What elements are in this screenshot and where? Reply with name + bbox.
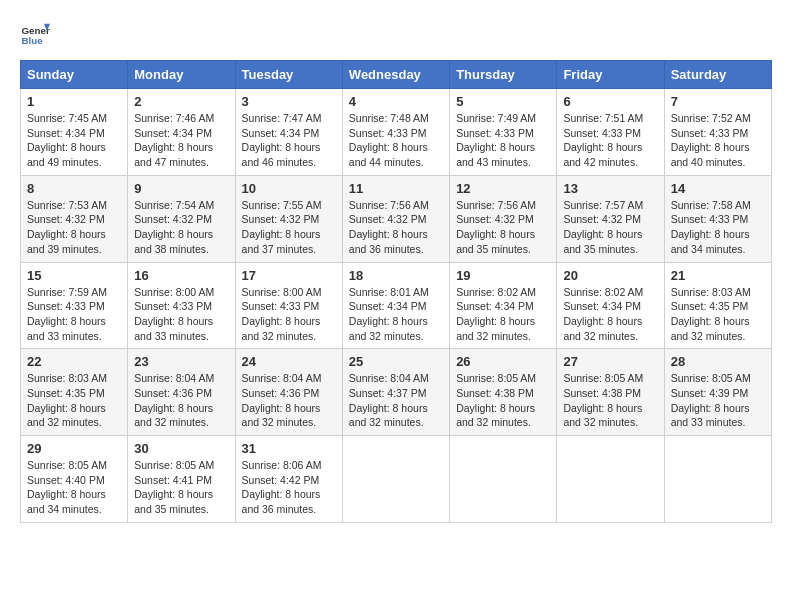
calendar-cell: 16 Sunrise: 8:00 AM Sunset: 4:33 PM Dayl…	[128, 262, 235, 349]
day-info: Sunrise: 7:51 AM Sunset: 4:33 PM Dayligh…	[563, 111, 657, 170]
day-info: Sunrise: 8:06 AM Sunset: 4:42 PM Dayligh…	[242, 458, 336, 517]
page-header: General Blue	[20, 20, 772, 50]
calendar-cell: 10 Sunrise: 7:55 AM Sunset: 4:32 PM Dayl…	[235, 175, 342, 262]
logo-icon: General Blue	[20, 20, 50, 50]
calendar-cell: 2 Sunrise: 7:46 AM Sunset: 4:34 PM Dayli…	[128, 89, 235, 176]
calendar-cell: 27 Sunrise: 8:05 AM Sunset: 4:38 PM Dayl…	[557, 349, 664, 436]
logo: General Blue	[20, 20, 50, 50]
day-number: 23	[134, 354, 228, 369]
calendar-cell: 25 Sunrise: 8:04 AM Sunset: 4:37 PM Dayl…	[342, 349, 449, 436]
day-number: 30	[134, 441, 228, 456]
calendar-week-row: 15 Sunrise: 7:59 AM Sunset: 4:33 PM Dayl…	[21, 262, 772, 349]
calendar-cell: 21 Sunrise: 8:03 AM Sunset: 4:35 PM Dayl…	[664, 262, 771, 349]
calendar-cell: 18 Sunrise: 8:01 AM Sunset: 4:34 PM Dayl…	[342, 262, 449, 349]
day-number: 14	[671, 181, 765, 196]
calendar-week-row: 22 Sunrise: 8:03 AM Sunset: 4:35 PM Dayl…	[21, 349, 772, 436]
calendar-cell: 11 Sunrise: 7:56 AM Sunset: 4:32 PM Dayl…	[342, 175, 449, 262]
day-number: 16	[134, 268, 228, 283]
calendar-cell: 13 Sunrise: 7:57 AM Sunset: 4:32 PM Dayl…	[557, 175, 664, 262]
day-number: 7	[671, 94, 765, 109]
calendar-cell: 23 Sunrise: 8:04 AM Sunset: 4:36 PM Dayl…	[128, 349, 235, 436]
calendar-cell	[342, 436, 449, 523]
day-number: 29	[27, 441, 121, 456]
calendar-cell	[557, 436, 664, 523]
day-number: 31	[242, 441, 336, 456]
day-info: Sunrise: 7:45 AM Sunset: 4:34 PM Dayligh…	[27, 111, 121, 170]
calendar-cell: 7 Sunrise: 7:52 AM Sunset: 4:33 PM Dayli…	[664, 89, 771, 176]
calendar-cell: 20 Sunrise: 8:02 AM Sunset: 4:34 PM Dayl…	[557, 262, 664, 349]
calendar-cell: 24 Sunrise: 8:04 AM Sunset: 4:36 PM Dayl…	[235, 349, 342, 436]
day-number: 11	[349, 181, 443, 196]
calendar-cell: 22 Sunrise: 8:03 AM Sunset: 4:35 PM Dayl…	[21, 349, 128, 436]
calendar-cell: 4 Sunrise: 7:48 AM Sunset: 4:33 PM Dayli…	[342, 89, 449, 176]
calendar-week-row: 1 Sunrise: 7:45 AM Sunset: 4:34 PM Dayli…	[21, 89, 772, 176]
calendar-header-sunday: Sunday	[21, 61, 128, 89]
calendar-cell: 6 Sunrise: 7:51 AM Sunset: 4:33 PM Dayli…	[557, 89, 664, 176]
day-info: Sunrise: 8:03 AM Sunset: 4:35 PM Dayligh…	[671, 285, 765, 344]
day-number: 17	[242, 268, 336, 283]
calendar-header-wednesday: Wednesday	[342, 61, 449, 89]
calendar-cell: 9 Sunrise: 7:54 AM Sunset: 4:32 PM Dayli…	[128, 175, 235, 262]
day-number: 21	[671, 268, 765, 283]
day-number: 28	[671, 354, 765, 369]
day-info: Sunrise: 7:55 AM Sunset: 4:32 PM Dayligh…	[242, 198, 336, 257]
day-info: Sunrise: 8:05 AM Sunset: 4:38 PM Dayligh…	[456, 371, 550, 430]
calendar-cell: 19 Sunrise: 8:02 AM Sunset: 4:34 PM Dayl…	[450, 262, 557, 349]
calendar-week-row: 8 Sunrise: 7:53 AM Sunset: 4:32 PM Dayli…	[21, 175, 772, 262]
day-number: 25	[349, 354, 443, 369]
day-info: Sunrise: 8:05 AM Sunset: 4:41 PM Dayligh…	[134, 458, 228, 517]
day-info: Sunrise: 7:59 AM Sunset: 4:33 PM Dayligh…	[27, 285, 121, 344]
calendar-cell: 8 Sunrise: 7:53 AM Sunset: 4:32 PM Dayli…	[21, 175, 128, 262]
calendar-cell: 29 Sunrise: 8:05 AM Sunset: 4:40 PM Dayl…	[21, 436, 128, 523]
day-info: Sunrise: 8:05 AM Sunset: 4:40 PM Dayligh…	[27, 458, 121, 517]
calendar-cell: 12 Sunrise: 7:56 AM Sunset: 4:32 PM Dayl…	[450, 175, 557, 262]
day-info: Sunrise: 8:03 AM Sunset: 4:35 PM Dayligh…	[27, 371, 121, 430]
day-info: Sunrise: 7:52 AM Sunset: 4:33 PM Dayligh…	[671, 111, 765, 170]
day-number: 18	[349, 268, 443, 283]
day-number: 10	[242, 181, 336, 196]
day-info: Sunrise: 8:00 AM Sunset: 4:33 PM Dayligh…	[242, 285, 336, 344]
calendar-header-monday: Monday	[128, 61, 235, 89]
day-info: Sunrise: 7:46 AM Sunset: 4:34 PM Dayligh…	[134, 111, 228, 170]
day-info: Sunrise: 8:04 AM Sunset: 4:36 PM Dayligh…	[242, 371, 336, 430]
day-info: Sunrise: 7:56 AM Sunset: 4:32 PM Dayligh…	[349, 198, 443, 257]
day-info: Sunrise: 7:54 AM Sunset: 4:32 PM Dayligh…	[134, 198, 228, 257]
day-info: Sunrise: 8:05 AM Sunset: 4:39 PM Dayligh…	[671, 371, 765, 430]
day-number: 24	[242, 354, 336, 369]
day-number: 6	[563, 94, 657, 109]
calendar-cell: 31 Sunrise: 8:06 AM Sunset: 4:42 PM Dayl…	[235, 436, 342, 523]
day-number: 3	[242, 94, 336, 109]
day-info: Sunrise: 8:02 AM Sunset: 4:34 PM Dayligh…	[456, 285, 550, 344]
calendar-header-row: SundayMondayTuesdayWednesdayThursdayFrid…	[21, 61, 772, 89]
day-number: 8	[27, 181, 121, 196]
calendar-cell: 15 Sunrise: 7:59 AM Sunset: 4:33 PM Dayl…	[21, 262, 128, 349]
day-info: Sunrise: 8:04 AM Sunset: 4:37 PM Dayligh…	[349, 371, 443, 430]
day-info: Sunrise: 8:00 AM Sunset: 4:33 PM Dayligh…	[134, 285, 228, 344]
day-number: 12	[456, 181, 550, 196]
calendar-cell: 17 Sunrise: 8:00 AM Sunset: 4:33 PM Dayl…	[235, 262, 342, 349]
calendar-cell: 26 Sunrise: 8:05 AM Sunset: 4:38 PM Dayl…	[450, 349, 557, 436]
calendar-cell: 30 Sunrise: 8:05 AM Sunset: 4:41 PM Dayl…	[128, 436, 235, 523]
calendar-table: SundayMondayTuesdayWednesdayThursdayFrid…	[20, 60, 772, 523]
day-info: Sunrise: 7:53 AM Sunset: 4:32 PM Dayligh…	[27, 198, 121, 257]
day-info: Sunrise: 7:56 AM Sunset: 4:32 PM Dayligh…	[456, 198, 550, 257]
day-info: Sunrise: 8:05 AM Sunset: 4:38 PM Dayligh…	[563, 371, 657, 430]
day-number: 19	[456, 268, 550, 283]
day-number: 26	[456, 354, 550, 369]
calendar-cell: 1 Sunrise: 7:45 AM Sunset: 4:34 PM Dayli…	[21, 89, 128, 176]
calendar-header-saturday: Saturday	[664, 61, 771, 89]
calendar-header-tuesday: Tuesday	[235, 61, 342, 89]
day-number: 20	[563, 268, 657, 283]
day-info: Sunrise: 8:01 AM Sunset: 4:34 PM Dayligh…	[349, 285, 443, 344]
day-info: Sunrise: 7:58 AM Sunset: 4:33 PM Dayligh…	[671, 198, 765, 257]
calendar-header-friday: Friday	[557, 61, 664, 89]
day-number: 9	[134, 181, 228, 196]
day-info: Sunrise: 7:57 AM Sunset: 4:32 PM Dayligh…	[563, 198, 657, 257]
day-number: 13	[563, 181, 657, 196]
calendar-cell	[664, 436, 771, 523]
calendar-cell: 14 Sunrise: 7:58 AM Sunset: 4:33 PM Dayl…	[664, 175, 771, 262]
day-number: 4	[349, 94, 443, 109]
calendar-cell	[450, 436, 557, 523]
calendar-cell: 5 Sunrise: 7:49 AM Sunset: 4:33 PM Dayli…	[450, 89, 557, 176]
day-info: Sunrise: 8:04 AM Sunset: 4:36 PM Dayligh…	[134, 371, 228, 430]
